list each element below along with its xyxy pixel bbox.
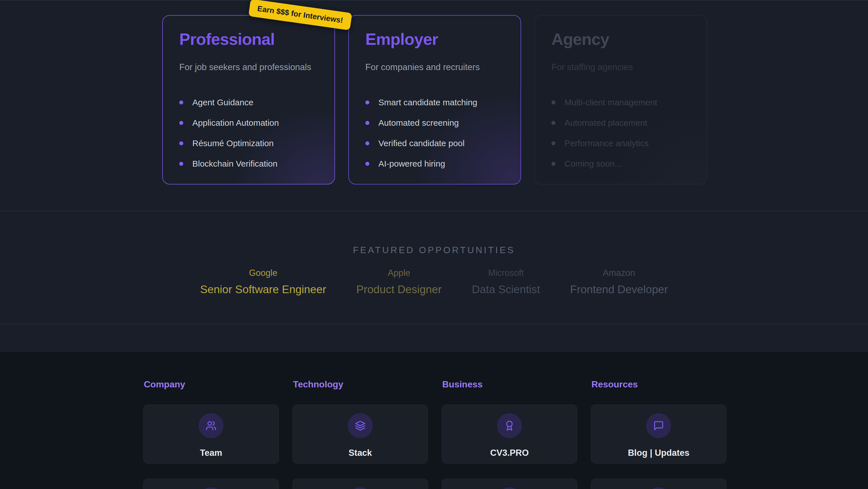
hidden-icon: [497, 487, 522, 489]
footer-link-stack[interactable]: Stack: [292, 404, 428, 464]
plan-feature: Verified candidate pool: [365, 138, 504, 149]
plan-feature: Automated placement: [552, 117, 690, 128]
job-company: Apple: [356, 268, 442, 278]
bullet-icon: [365, 100, 369, 105]
job-role: Senior Software Engineer: [200, 283, 326, 296]
footer-link-blog[interactable]: Blog | Updates: [591, 404, 726, 464]
plan-title: Employer: [365, 31, 504, 48]
footer-link-partial[interactable]: [292, 479, 428, 489]
job-company: Amazon: [570, 268, 668, 278]
plan-feature: Automated screening: [365, 117, 504, 128]
footer-column-business: Business CV3.PRO: [442, 352, 577, 489]
hidden-icon: [348, 487, 373, 489]
bullet-icon: [179, 121, 183, 125]
plan-card-employer[interactable]: Employer For companies and recruiters Sm…: [348, 15, 521, 184]
bullet-icon: [552, 141, 555, 145]
featured-heading: FEATURED OPPORTUNITIES: [0, 211, 868, 255]
plan-feature-label: Coming soon...: [564, 159, 622, 169]
footer-link-partial[interactable]: [591, 479, 726, 489]
plan-title: Agency: [552, 31, 690, 48]
plan-feature-label: Multi-client management: [564, 97, 657, 107]
plan-feature-label: AI-powered hiring: [378, 159, 445, 169]
plan-subtitle: For staffing agencies: [552, 62, 690, 73]
footer-column-resources: Resources Blog | Updates: [591, 352, 726, 489]
bullet-icon: [179, 141, 183, 145]
footer-link-partial[interactable]: [442, 479, 577, 489]
footer-link-partial[interactable]: [143, 479, 279, 489]
footer: Company Team Technology Stack: [0, 352, 868, 489]
footer-column-heading: Technology: [293, 379, 428, 390]
job-company: Microsoft: [472, 268, 540, 278]
layers-icon: [348, 413, 373, 438]
bullet-icon: [179, 162, 183, 166]
plan-subtitle: For job seekers and professionals: [179, 62, 318, 73]
featured-jobs-row: Google Senior Software Engineer Apple Pr…: [0, 268, 868, 296]
footer-column-heading: Company: [144, 379, 279, 390]
plan-feature: Smart candidate matching: [365, 97, 504, 108]
footer-link-label: Blog | Updates: [628, 448, 689, 458]
bullet-icon: [552, 100, 555, 105]
plan-feature: Résumé Optimization: [179, 138, 318, 149]
plan-feature-label: Automated placement: [564, 118, 647, 128]
plan-title: Professional: [179, 31, 318, 48]
job-role: Frontend Developer: [570, 283, 668, 296]
plan-feature-list: Agent Guidance Application Automation Ré…: [179, 97, 318, 169]
footer-columns: Company Team Technology Stack: [143, 352, 726, 489]
job-company: Google: [200, 268, 326, 278]
plan-card-agency: Agency For staffing agencies Multi-clien…: [534, 15, 707, 184]
bullet-icon: [552, 121, 555, 125]
plan-feature: Agent Guidance: [179, 97, 318, 108]
footer-link-label: Stack: [349, 448, 372, 458]
plan-feature: Multi-client management: [552, 97, 690, 108]
footer-link-label: Team: [200, 448, 222, 458]
featured-job-amazon[interactable]: Amazon Frontend Developer: [570, 268, 668, 296]
bullet-icon: [365, 121, 369, 125]
footer-column-technology: Technology Stack: [292, 352, 428, 489]
plan-feature-label: Verified candidate pool: [378, 139, 465, 148]
featured-job-microsoft[interactable]: Microsoft Data Scientist: [472, 268, 540, 296]
plan-feature-label: Agent Guidance: [192, 97, 253, 107]
footer-link-cv3pro[interactable]: CV3.PRO: [442, 404, 577, 464]
job-role: Data Scientist: [472, 283, 540, 296]
plan-feature: Performance analytics: [552, 138, 690, 149]
hidden-icon: [198, 487, 223, 489]
plan-feature-label: Smart candidate matching: [378, 97, 477, 107]
plan-cards-row: Earn $$$ for Interviews! Professional Fo…: [162, 15, 707, 184]
footer-column-heading: Business: [442, 379, 577, 390]
job-role: Product Designer: [356, 283, 442, 296]
plan-feature-label: Résumé Optimization: [192, 139, 274, 148]
featured-job-google[interactable]: Google Senior Software Engineer: [200, 268, 326, 296]
plan-feature-list: Multi-client management Automated placem…: [552, 97, 690, 169]
users-icon: [198, 413, 223, 438]
plan-feature-label: Automated screening: [378, 118, 459, 128]
plan-feature: Blockchain Verification: [179, 158, 318, 169]
earn-badge: Earn $$$ for Interviews!: [248, 0, 352, 30]
bullet-icon: [552, 162, 555, 166]
plan-feature: AI-powered hiring: [365, 158, 504, 169]
bullet-icon: [365, 141, 369, 145]
landing-page: Earn $$$ for Interviews! Professional Fo…: [0, 0, 868, 489]
bullet-icon: [365, 162, 369, 166]
award-icon: [497, 413, 522, 438]
plans-section: Earn $$$ for Interviews! Professional Fo…: [0, 0, 868, 211]
footer-column-heading: Resources: [591, 379, 726, 390]
footer-column-company: Company Team: [143, 352, 279, 489]
plan-subtitle: For companies and recruiters: [365, 62, 504, 73]
footer-link-team[interactable]: Team: [143, 404, 279, 464]
plan-feature-label: Application Automation: [192, 118, 279, 128]
plan-feature-list: Smart candidate matching Automated scree…: [365, 97, 504, 169]
footer-link-label: CV3.PRO: [490, 448, 529, 458]
chat-bubble-icon: [646, 413, 671, 438]
plan-feature-label: Blockchain Verification: [192, 159, 277, 169]
plan-feature-label: Performance analytics: [564, 139, 649, 148]
plan-feature: Application Automation: [179, 117, 318, 128]
bullet-icon: [179, 100, 183, 105]
featured-section: FEATURED OPPORTUNITIES Google Senior Sof…: [0, 211, 868, 324]
featured-job-apple[interactable]: Apple Product Designer: [356, 268, 442, 296]
plan-card-professional[interactable]: Earn $$$ for Interviews! Professional Fo…: [162, 15, 335, 184]
hidden-icon: [646, 487, 671, 489]
plan-feature: Coming soon...: [552, 158, 690, 169]
